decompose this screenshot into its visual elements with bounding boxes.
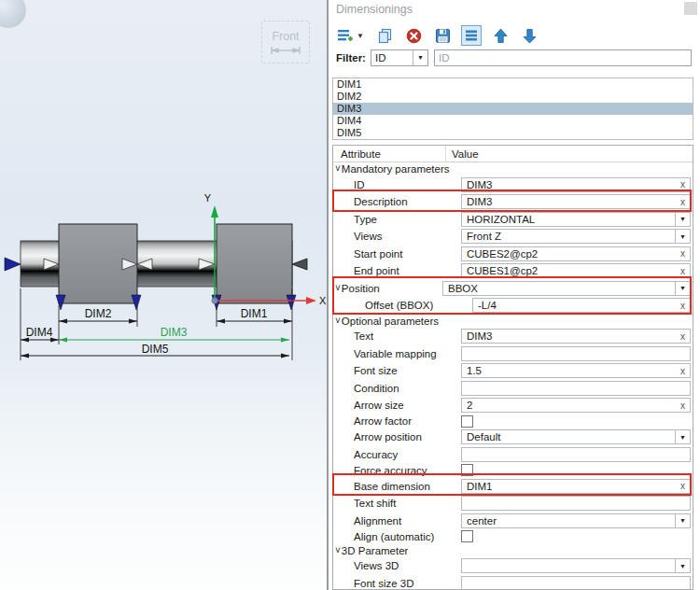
save-icon bbox=[435, 28, 451, 44]
add-dimension-button[interactable] bbox=[334, 25, 355, 46]
dropdown-caret-icon[interactable]: ▼ bbox=[675, 514, 690, 527]
model-canvas[interactable]: Y X DIM2 DIM1 bbox=[0, 0, 327, 590]
attribute-row: Accuracy bbox=[333, 446, 693, 464]
dropdown-field[interactable]: center▼ bbox=[461, 513, 691, 528]
clear-field-button[interactable]: x bbox=[677, 481, 690, 491]
expander-icon[interactable]: ˅ bbox=[335, 284, 341, 293]
text-field[interactable] bbox=[461, 496, 691, 511]
dim1-label: DIM1 bbox=[241, 307, 268, 320]
attribute-label: Condition bbox=[333, 383, 461, 394]
expander-icon[interactable]: ˅ bbox=[335, 164, 341, 174]
dimension-dim4[interactable]: DIM4 bbox=[21, 326, 59, 343]
panel-corner-button[interactable] bbox=[684, 2, 697, 15]
move-down-button[interactable] bbox=[519, 25, 539, 46]
text-field[interactable] bbox=[461, 447, 691, 462]
clear-field-button[interactable]: x bbox=[677, 301, 690, 311]
attribute-row: ˅PositionBBOX▼ bbox=[333, 280, 693, 298]
clear-field-button[interactable]: x bbox=[677, 197, 690, 207]
list-item[interactable]: DIM3 bbox=[333, 103, 693, 115]
text-field[interactable]: DIM1x bbox=[461, 479, 691, 494]
dropdown-caret-icon[interactable]: ▼ bbox=[675, 213, 690, 226]
list-item[interactable]: DIM1 bbox=[333, 78, 693, 91]
delete-icon bbox=[406, 28, 422, 44]
text-field[interactable] bbox=[461, 346, 691, 361]
panel-title: Dimensionings bbox=[336, 3, 413, 16]
text-field[interactable] bbox=[461, 576, 691, 590]
attribute-label: Variable mapping bbox=[333, 348, 461, 359]
attribute-group-row: ˅Mandatory parameters bbox=[333, 162, 693, 176]
attribute-label: Arrow size bbox=[333, 400, 461, 411]
dimension-dim5[interactable]: DIM5 bbox=[21, 343, 289, 358]
arrow-down-icon bbox=[522, 28, 538, 44]
text-field[interactable]: 2x bbox=[461, 398, 691, 413]
dropdown-field[interactable]: Front Z▼ bbox=[461, 229, 691, 244]
text-field[interactable]: 1.5x bbox=[461, 363, 691, 378]
filter-input[interactable] bbox=[434, 49, 692, 66]
list-item[interactable]: DIM4 bbox=[333, 115, 693, 127]
attribute-row: Offset (BBOX)-L/4x bbox=[333, 297, 693, 315]
filter-field-value: ID bbox=[371, 52, 413, 63]
checkbox[interactable] bbox=[461, 530, 473, 542]
dropdown-field[interactable]: HORIZONTAL▼ bbox=[461, 212, 691, 227]
panel-toolbar: ▼ bbox=[334, 25, 539, 46]
text-field[interactable]: CUBES1@cp2x bbox=[461, 263, 691, 278]
clear-field-button[interactable]: x bbox=[677, 366, 690, 376]
move-up-button[interactable] bbox=[490, 25, 511, 46]
dropdown-field[interactable]: Default▼ bbox=[461, 429, 691, 444]
dropdown-caret-icon[interactable]: ▼ bbox=[413, 50, 427, 65]
dropdown-field[interactable]: BBOX▼ bbox=[442, 281, 691, 296]
filter-field-select[interactable]: ID ▼ bbox=[371, 49, 428, 66]
attribute-label: Accuracy bbox=[333, 449, 461, 460]
filter-label: Filter: bbox=[336, 52, 366, 63]
list-item[interactable]: DIM5 bbox=[333, 127, 693, 139]
dim5-label: DIM5 bbox=[142, 343, 169, 356]
clear-field-button[interactable]: x bbox=[677, 179, 690, 190]
dim3-label: DIM3 bbox=[161, 326, 188, 339]
clear-field-button[interactable]: x bbox=[677, 400, 690, 411]
text-field[interactable]: CUBES2@cp2x bbox=[461, 246, 691, 261]
text-field[interactable]: DIM3x bbox=[461, 194, 691, 209]
dropdown-field[interactable]: ▼ bbox=[461, 558, 691, 573]
clear-field-button[interactable]: x bbox=[677, 266, 690, 276]
attribute-label: Arrow position bbox=[333, 431, 461, 442]
expander-icon[interactable]: ˅ bbox=[335, 546, 341, 555]
list-view-button[interactable] bbox=[461, 25, 482, 46]
attribute-table: Attribute Value ˅Mandatory parametersIDD… bbox=[332, 145, 693, 590]
attribute-label: End point bbox=[333, 265, 461, 276]
viewport-3d[interactable]: Front bbox=[0, 0, 329, 590]
delete-button[interactable] bbox=[403, 25, 424, 46]
dimension-dim2[interactable]: DIM2 bbox=[59, 307, 137, 324]
cube-right[interactable] bbox=[217, 224, 292, 303]
attribute-label: Views bbox=[333, 231, 461, 242]
add-dimension-menu-button[interactable]: ▼ bbox=[355, 25, 366, 46]
dimension-dim1[interactable]: DIM1 bbox=[217, 307, 292, 324]
text-field[interactable]: DIM3x bbox=[461, 329, 691, 344]
clear-field-button[interactable]: x bbox=[677, 331, 690, 342]
dropdown-caret-icon[interactable]: ▼ bbox=[675, 282, 690, 295]
text-field[interactable]: -L/4x bbox=[472, 298, 691, 313]
checkbox[interactable] bbox=[461, 415, 473, 428]
clear-field-button[interactable]: x bbox=[677, 248, 690, 259]
dimension-dim3[interactable]: DIM3 bbox=[59, 326, 289, 343]
attribute-label: Arrow factor bbox=[333, 415, 461, 427]
attribute-label: Align (automatic) bbox=[333, 531, 461, 542]
copy-icon bbox=[377, 28, 393, 44]
list-item[interactable]: DIM2 bbox=[333, 91, 693, 103]
value-column-header: Value bbox=[446, 148, 479, 160]
dimension-list[interactable]: DIM1DIM2DIM3DIM4DIM5 bbox=[332, 77, 693, 140]
attribute-rows: ˅Mandatory parametersIDDIM3xDescriptionD… bbox=[333, 162, 693, 590]
attribute-row: TypeHORIZONTAL▼ bbox=[333, 211, 693, 229]
expander-icon[interactable]: ˅ bbox=[335, 316, 341, 326]
text-field[interactable] bbox=[461, 381, 691, 396]
dropdown-caret-icon[interactable]: ▼ bbox=[675, 559, 690, 572]
dim2-label: DIM2 bbox=[85, 307, 112, 320]
copy-button[interactable] bbox=[374, 25, 395, 46]
checkbox[interactable] bbox=[461, 464, 473, 476]
dropdown-caret-icon[interactable]: ▼ bbox=[675, 230, 690, 243]
attribute-label: Base dimension bbox=[333, 481, 461, 492]
dropdown-caret-icon[interactable]: ▼ bbox=[675, 430, 690, 443]
origin-point bbox=[212, 298, 217, 303]
text-field[interactable]: DIM3x bbox=[461, 177, 691, 192]
save-button[interactable] bbox=[432, 25, 453, 46]
add-list-icon bbox=[337, 28, 353, 44]
